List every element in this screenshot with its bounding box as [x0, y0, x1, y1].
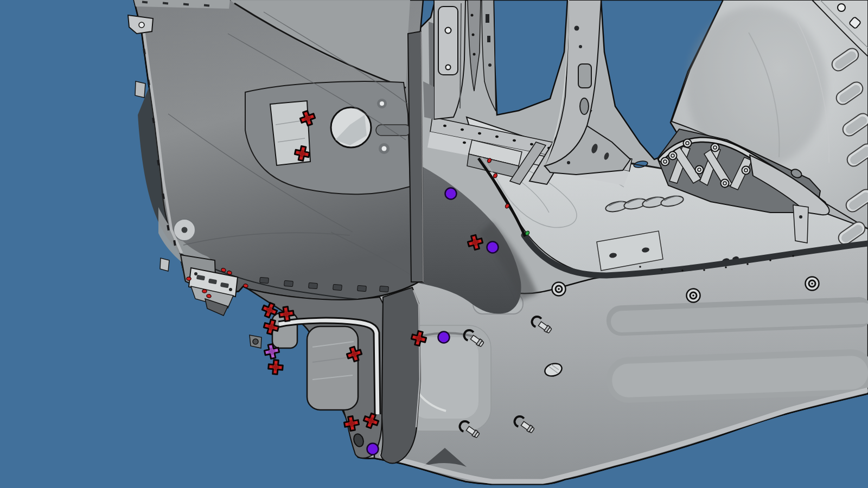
truss-bolt — [695, 166, 704, 174]
edge-bracket-hole — [139, 22, 144, 28]
quarter-bottom-slot — [309, 282, 318, 288]
c-pillar-hole — [579, 45, 582, 48]
sail-inner-strip — [408, 31, 423, 282]
sail-connector — [423, 81, 434, 119]
spot-weld-dot-marker[interactable] — [202, 290, 207, 293]
bullseye-fastener[interactable] — [687, 289, 700, 303]
dome-bump-center — [382, 146, 387, 151]
pill-rib — [376, 125, 411, 136]
edge-bracket — [160, 258, 169, 271]
cad-app-window — [0, 0, 868, 488]
strip-weld — [472, 34, 475, 36]
band-speckle — [703, 269, 705, 271]
band-speckle — [661, 268, 663, 271]
arm-bracket — [793, 205, 808, 243]
roof-rail-hole — [838, 4, 845, 11]
gusset-ear-hole — [253, 339, 258, 344]
weld-point-marker[interactable] — [487, 242, 499, 253]
edge-bracket — [135, 81, 145, 98]
quarter-bottom-slot — [284, 280, 293, 286]
ladder-hole — [229, 288, 232, 291]
corner-pillar-strip[interactable] — [381, 287, 420, 463]
foot-hole — [567, 161, 570, 164]
bullseye-center — [811, 282, 813, 285]
corner-recess-inner — [411, 337, 478, 419]
weld-point-marker[interactable] — [445, 188, 457, 200]
cad-viewport[interactable] — [0, 0, 868, 488]
dome-bump-center — [380, 101, 384, 106]
roofside-hole — [488, 63, 492, 67]
quarter-bottom-slot — [358, 285, 367, 291]
roofside-slot — [486, 14, 489, 23]
c-pillar-rect-hole — [578, 64, 591, 88]
band-speckle — [725, 266, 727, 268]
arm-bracket-hole — [799, 215, 802, 219]
strip-weld — [471, 14, 474, 17]
liner-grommet-center — [182, 227, 188, 233]
bumper-band-lower — [606, 349, 868, 403]
truss-bolt — [742, 166, 750, 175]
c-pillar-oval-hole — [580, 98, 589, 114]
quarter-bottom-slot — [333, 284, 342, 290]
band-speckle — [681, 269, 684, 272]
bullseye-center — [558, 288, 560, 290]
bullseye-fastener[interactable] — [552, 282, 566, 296]
weld-point-marker[interactable] — [438, 332, 450, 343]
bullseye-fastener[interactable] — [806, 277, 819, 291]
band-speckle — [769, 259, 771, 261]
bullseye-center — [692, 294, 694, 297]
gusset-window-large — [307, 326, 358, 410]
corner-strip-surface — [381, 287, 420, 463]
roofside-slot — [487, 36, 490, 42]
truss-bolt — [721, 179, 729, 188]
ladder-hole — [194, 272, 197, 275]
spot-weld-dot-marker[interactable] — [187, 277, 191, 280]
bracket-hole — [445, 28, 451, 34]
bracket-hole — [446, 65, 451, 70]
band-speckle — [792, 255, 794, 257]
truss-bolt — [669, 152, 677, 160]
band-speckle — [639, 266, 641, 268]
quarter-bottom-slot — [260, 277, 269, 283]
quarter-bottom-slot — [380, 286, 389, 292]
truss-bolt — [661, 158, 669, 166]
band-speckle — [746, 263, 749, 265]
c-pillar-hole — [575, 26, 579, 31]
truss-bolt — [711, 144, 719, 152]
strip-weld — [473, 53, 476, 56]
weld-point-marker[interactable] — [367, 444, 379, 455]
truss-bolt — [684, 139, 692, 147]
